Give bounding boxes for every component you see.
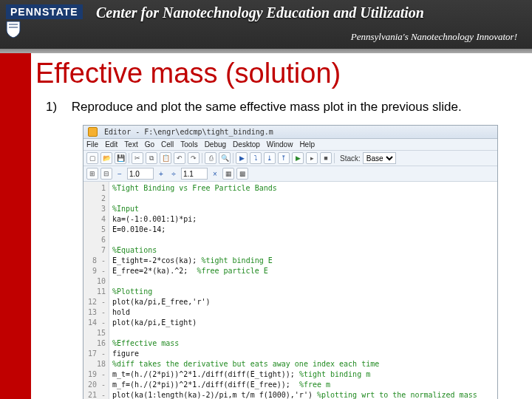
code-area[interactable]: 12345678 -9 -101112 -13 -14 -151617 -181… <box>83 182 497 399</box>
stack-label: Stack: <box>340 154 361 163</box>
step-input[interactable] <box>181 168 208 180</box>
stack-select[interactable]: Base <box>363 152 396 164</box>
item-text: Reproduce and plot the same effective ma… <box>72 100 485 115</box>
menu-text[interactable]: Text <box>124 140 137 149</box>
separator <box>334 153 335 163</box>
stop-icon[interactable]: ■ <box>320 152 332 164</box>
menu-go[interactable]: Go <box>145 140 154 149</box>
separator <box>129 153 129 163</box>
menu-desktop[interactable]: Desktop <box>233 140 260 149</box>
goto-input[interactable] <box>127 168 154 180</box>
decrement-icon[interactable]: − <box>115 168 125 179</box>
slide-title: Effective mass (solution) <box>31 53 532 100</box>
shield-icon <box>6 21 21 38</box>
redo-icon[interactable]: ↷ <box>188 152 200 164</box>
step-in-icon[interactable]: ⤓ <box>264 152 276 164</box>
divide-icon[interactable]: ÷ <box>168 168 179 179</box>
left-accent-bar <box>0 53 31 399</box>
menu-window[interactable]: Window <box>267 140 293 149</box>
open-file-icon[interactable]: 📂 <box>100 152 112 164</box>
editor-toolbar: ▢ 📂 💾 ✂ ⧉ 📋 ↶ ↷ ⎙ 🔍 ▶ ⤵ ⤓ ⤒ ▶ ▸ ■ <box>83 151 497 166</box>
editor-titlebar: Editor - F:\engr\edcmp\tight_binding.m <box>83 126 497 139</box>
copy-icon[interactable]: ⧉ <box>146 152 157 164</box>
menu-file[interactable]: File <box>86 140 98 149</box>
cell-minus-icon[interactable]: ⊟ <box>100 168 112 180</box>
code-text[interactable]: %Tight Binding vs Free Particle Bands%In… <box>109 182 497 399</box>
editor-app-icon <box>88 127 98 137</box>
eval-advance-icon[interactable]: ▩ <box>236 168 248 180</box>
center-title: Center for Nanotechnology Education and … <box>96 4 424 21</box>
find-icon[interactable]: 🔍 <box>219 152 231 164</box>
list-item: 1) Reproduce and plot the same effective… <box>31 100 532 115</box>
header-banner: PENNSTATE Center for Nanotechnology Educ… <box>0 0 532 53</box>
paste-icon[interactable]: 📋 <box>160 152 171 164</box>
new-file-icon[interactable]: ▢ <box>86 152 98 164</box>
editor-cell-toolbar: ⊞ ⊟ − + ÷ × ▦ ▩ <box>83 166 497 182</box>
set-breakpoint-icon[interactable]: ▶ <box>236 152 248 164</box>
separator <box>233 153 233 163</box>
editor-title-text: Editor - F:\engr\edcmp\tight_binding.m <box>104 128 273 136</box>
logo-text: PENNSTATE <box>6 4 83 19</box>
increment-icon[interactable]: + <box>156 168 166 179</box>
menu-debug[interactable]: Debug <box>205 140 226 149</box>
cut-icon[interactable]: ✂ <box>132 152 143 164</box>
pennstate-logo: PENNSTATE <box>6 4 80 41</box>
tagline: Pennsylvania's Nanotechnology Innovator! <box>351 31 517 43</box>
multiply-icon[interactable]: × <box>210 168 220 179</box>
slide: PENNSTATE Center for Nanotechnology Educ… <box>0 0 532 399</box>
content-area: Effective mass (solution) 1) Reproduce a… <box>31 53 532 399</box>
menu-help[interactable]: Help <box>299 140 315 149</box>
cell-plus-icon[interactable]: ⊞ <box>86 168 98 180</box>
print-icon[interactable]: ⎙ <box>205 152 216 164</box>
step-out-icon[interactable]: ⤒ <box>278 152 290 164</box>
menu-tools[interactable]: Tools <box>180 140 197 149</box>
separator <box>202 153 202 163</box>
editor-menubar[interactable]: FileEditTextGoCellToolsDebugDesktopWindo… <box>83 139 497 151</box>
run-icon[interactable]: ▶ <box>292 152 304 164</box>
undo-icon[interactable]: ↶ <box>174 152 185 164</box>
menu-edit[interactable]: Edit <box>105 140 117 149</box>
step-icon[interactable]: ⤵ <box>250 152 262 164</box>
menu-cell[interactable]: Cell <box>161 140 174 149</box>
run-section-icon[interactable]: ▸ <box>306 152 318 164</box>
eval-cell-icon[interactable]: ▦ <box>222 168 234 180</box>
line-gutter: 12345678 -9 -101112 -13 -14 -151617 -181… <box>83 182 109 399</box>
matlab-editor-window: Editor - F:\engr\edcmp\tight_binding.m F… <box>83 125 498 399</box>
item-number: 1) <box>46 100 68 115</box>
save-icon[interactable]: 💾 <box>115 152 126 164</box>
